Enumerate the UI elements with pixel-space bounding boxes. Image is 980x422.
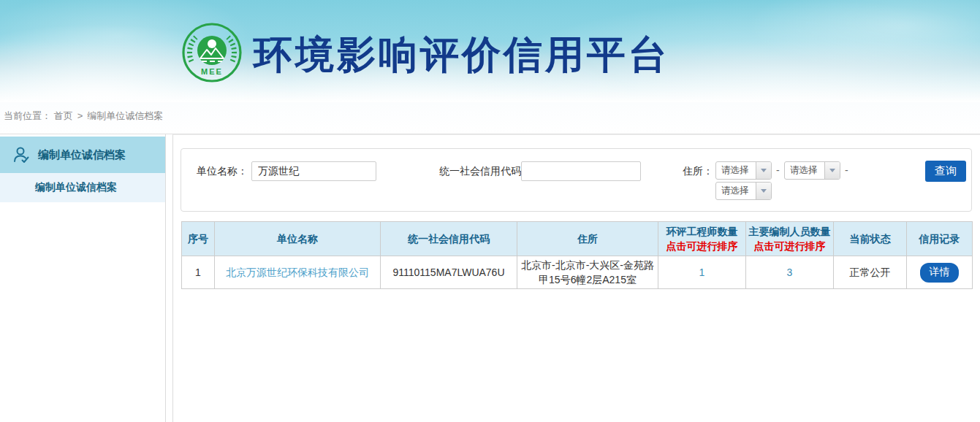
dash-separator: - bbox=[776, 164, 780, 176]
cell-index: 1 bbox=[182, 256, 215, 289]
svg-text:MEE: MEE bbox=[201, 67, 223, 76]
sidebar-item-label: 编制单位诚信档案 bbox=[38, 148, 126, 162]
page-title: 环境影响评价信用平台 bbox=[254, 29, 670, 82]
table-row: 1 北京万源世纪环保科技有限公司 91110115MA7LWUA76U 北京市-… bbox=[182, 256, 973, 289]
header-staff-count-label: 主要编制人员数量 bbox=[749, 226, 831, 237]
mee-logo-icon: MEE bbox=[181, 22, 243, 83]
cell-credit-record: 详情 bbox=[907, 256, 973, 289]
query-button[interactable]: 查询 bbox=[925, 161, 966, 182]
region-select-district-value: 请选择 bbox=[716, 183, 756, 199]
chevron-down-icon bbox=[824, 162, 840, 179]
region-select-city-value: 请选择 bbox=[785, 162, 824, 179]
header-unit-name: 单位名称 bbox=[215, 222, 381, 256]
header-engineer-count-sort[interactable]: 环评工程师数量 点击可进行排序 bbox=[658, 222, 746, 256]
cell-address: 北京市-北京市-大兴区-金苑路 甲15号6幢2层A215室 bbox=[517, 256, 658, 289]
region-select-district[interactable]: 请选择 bbox=[715, 182, 772, 200]
engineer-count-link[interactable]: 1 bbox=[699, 266, 705, 278]
sort-hint-text: 点击可进行排序 bbox=[746, 239, 833, 253]
dash-separator: - bbox=[845, 164, 848, 176]
address-line-2: 甲15号6幢2层A215室 bbox=[517, 272, 658, 287]
person-check-icon bbox=[12, 145, 31, 164]
table-header-row: 序号 单位名称 统一社会信用代码 住所 环评工程师数量 点击可进行排序 主要编制… bbox=[182, 222, 973, 256]
cell-credit-code: 91110115MA7LWUA76U bbox=[381, 256, 517, 289]
header-staff-count-sort[interactable]: 主要编制人员数量 点击可进行排序 bbox=[746, 222, 834, 256]
breadcrumb-home-link[interactable]: 首页 bbox=[54, 110, 73, 121]
breadcrumb-current: 编制单位诚信档案 bbox=[87, 110, 163, 121]
breadcrumb-separator: > bbox=[77, 110, 83, 121]
sort-hint-text: 点击可进行排序 bbox=[658, 239, 745, 253]
cell-engineer-count: 1 bbox=[658, 256, 746, 289]
sidebar: 编制单位诚信档案 编制单位诚信档案 bbox=[0, 134, 166, 422]
address-line-1: 北京市-北京市-大兴区-金苑路 bbox=[517, 258, 658, 272]
detail-button[interactable]: 详情 bbox=[920, 263, 959, 283]
cell-unit-name: 北京万源世纪环保科技有限公司 bbox=[215, 256, 381, 289]
sidebar-subitem-credit-archive[interactable]: 编制单位诚信档案 bbox=[0, 173, 165, 202]
header-status: 当前状态 bbox=[834, 222, 907, 256]
chevron-down-icon bbox=[756, 183, 771, 199]
page: MEE 环境影响评价信用平台 当前位置： 首页>编制单位诚信档案 编制单位诚信档… bbox=[0, 0, 980, 422]
unit-name-label: 单位名称： bbox=[197, 161, 248, 181]
region-select-province[interactable]: 请选择 bbox=[715, 161, 772, 180]
chevron-down-icon bbox=[756, 162, 771, 179]
region-select-city[interactable]: 请选择 bbox=[784, 161, 840, 180]
search-form: 单位名称： 统一社会信用代码： 住所： 请选择 - 请选择 - 请选择 查询 bbox=[181, 148, 972, 212]
header-credit-record: 信用记录 bbox=[907, 222, 973, 256]
header-credit-code: 统一社会信用代码 bbox=[381, 222, 517, 256]
staff-count-link[interactable]: 3 bbox=[787, 266, 793, 278]
site-header: MEE 环境影响评价信用平台 bbox=[0, 0, 980, 102]
breadcrumb: 当前位置： 首页>编制单位诚信档案 bbox=[0, 102, 980, 134]
sidebar-subitem-label: 编制单位诚信档案 bbox=[35, 181, 117, 194]
company-name-link[interactable]: 北京万源世纪环保科技有限公司 bbox=[226, 266, 369, 278]
unit-name-input[interactable] bbox=[251, 161, 376, 181]
header-engineer-count-label: 环评工程师数量 bbox=[666, 226, 738, 237]
header-address: 住所 bbox=[517, 222, 658, 256]
header-index: 序号 bbox=[182, 222, 215, 256]
region-select-province-value: 请选择 bbox=[716, 162, 756, 179]
cell-status: 正常公开 bbox=[834, 256, 907, 289]
cell-staff-count: 3 bbox=[746, 256, 834, 289]
sidebar-item-credit-archive[interactable]: 编制单位诚信档案 bbox=[0, 137, 165, 173]
results-table: 序号 单位名称 统一社会信用代码 住所 环评工程师数量 点击可进行排序 主要编制… bbox=[181, 221, 973, 289]
breadcrumb-prefix: 当前位置： bbox=[4, 110, 51, 121]
credit-code-label: 统一社会信用代码： bbox=[439, 161, 531, 181]
address-label: 住所： bbox=[683, 161, 713, 181]
credit-code-input[interactable] bbox=[521, 161, 641, 181]
